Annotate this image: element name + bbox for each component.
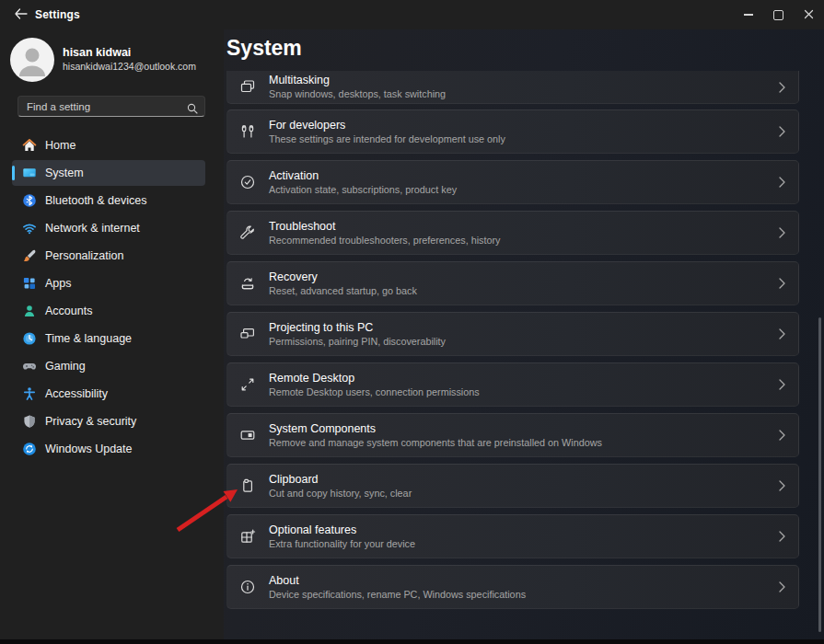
developer-tools-icon bbox=[238, 123, 257, 140]
multitasking-icon bbox=[238, 78, 257, 95]
chevron-right-icon bbox=[779, 126, 787, 137]
settings-item-optional-features[interactable]: Optional features Extra functionality fo… bbox=[226, 514, 799, 558]
accounts-person-icon bbox=[22, 304, 37, 318]
profile-block[interactable]: hisan kidwai hisankidwai1234@outlook.com bbox=[10, 38, 217, 82]
accessibility-person-icon bbox=[22, 386, 37, 401]
chevron-right-icon bbox=[779, 278, 787, 289]
sidebar-item-apps[interactable]: Apps bbox=[12, 270, 205, 296]
scrollbar[interactable] bbox=[818, 317, 821, 632]
minimize-button[interactable] bbox=[733, 0, 763, 29]
sidebar-item-label: Windows Update bbox=[45, 443, 133, 455]
activation-check-icon bbox=[238, 174, 257, 190]
caption-buttons bbox=[733, 0, 824, 29]
search-input[interactable] bbox=[18, 97, 183, 116]
system-components-icon bbox=[238, 427, 257, 443]
maximize-button[interactable] bbox=[763, 0, 794, 29]
settings-item-subtitle: Device specifications, rename PC, Window… bbox=[269, 589, 526, 600]
settings-item-about[interactable]: About Device specifications, rename PC, … bbox=[226, 565, 799, 609]
sidebar-item-gaming[interactable]: Gaming bbox=[12, 353, 205, 379]
wrench-icon bbox=[238, 224, 257, 241]
sidebar: hisan kidwai hisankidwai1234@outlook.com… bbox=[0, 29, 224, 639]
apps-icon bbox=[22, 276, 37, 291]
avatar bbox=[10, 38, 54, 82]
settings-item-title: Clipboard bbox=[269, 473, 412, 486]
settings-item-system-components[interactable]: System Components Remove and manage syst… bbox=[226, 413, 799, 457]
settings-item-subtitle: These settings are intended for developm… bbox=[269, 133, 505, 144]
sidebar-item-label: Time & language bbox=[45, 332, 132, 345]
chevron-right-icon bbox=[779, 328, 787, 339]
chevron-right-icon bbox=[779, 379, 787, 390]
chevron-right-icon bbox=[779, 227, 787, 238]
settings-item-title: About bbox=[269, 574, 526, 587]
sidebar-item-label: Accessibility bbox=[45, 387, 108, 400]
settings-item-for-developers[interactable]: For developers These settings are intend… bbox=[226, 109, 799, 154]
sidebar-item-time-language[interactable]: Time & language bbox=[12, 326, 205, 351]
clock-icon bbox=[22, 331, 37, 346]
home-icon bbox=[22, 138, 37, 153]
profile-email: hisankidwai1234@outlook.com bbox=[63, 61, 196, 72]
settings-item-title: Remote Desktop bbox=[269, 372, 480, 385]
sidebar-item-windows-update[interactable]: Windows Update bbox=[12, 436, 205, 462]
sidebar-item-accounts[interactable]: Accounts bbox=[12, 298, 205, 324]
settings-item-title: Activation bbox=[269, 169, 457, 182]
sidebar-item-bluetooth-devices[interactable]: Bluetooth & devices bbox=[12, 188, 205, 213]
settings-item-title: For developers bbox=[269, 119, 505, 132]
sidebar-item-home[interactable]: Home bbox=[12, 132, 205, 158]
sidebar-item-label: Personalization bbox=[45, 249, 123, 262]
back-button[interactable] bbox=[9, 5, 31, 25]
sidebar-item-personalization[interactable]: Personalization bbox=[12, 243, 205, 269]
sidebar-item-label: Privacy & security bbox=[45, 415, 136, 428]
sidebar-nav: Home System Bluetooth & devices bbox=[12, 132, 205, 464]
sidebar-item-label: Network & internet bbox=[45, 222, 140, 235]
settings-list: Multitasking Snap windows, desktops, tas… bbox=[226, 29, 799, 639]
profile-name: hisan kidwai bbox=[63, 46, 131, 59]
settings-item-clipboard[interactable]: Clipboard Cut and copy history, sync, cl… bbox=[226, 464, 799, 508]
settings-item-subtitle: Activation state, subscriptions, product… bbox=[269, 184, 457, 195]
sidebar-item-network-internet[interactable]: Network & internet bbox=[12, 215, 205, 241]
selected-pill bbox=[12, 166, 15, 180]
sidebar-item-privacy-security[interactable]: Privacy & security bbox=[12, 408, 205, 434]
chevron-right-icon bbox=[779, 480, 787, 491]
settings-item-title: Multitasking bbox=[269, 74, 446, 86]
settings-item-title: Recovery bbox=[269, 270, 417, 283]
projecting-icon bbox=[238, 326, 257, 342]
settings-item-activation[interactable]: Activation Activation state, subscriptio… bbox=[226, 160, 799, 204]
settings-item-subtitle: Recommended troubleshooters, preferences… bbox=[269, 235, 500, 246]
clipboard-icon bbox=[238, 477, 257, 494]
recovery-icon bbox=[238, 275, 257, 292]
settings-item-multitasking[interactable]: Multitasking Snap windows, desktops, tas… bbox=[226, 71, 799, 104]
titlebar: Settings bbox=[0, 0, 824, 29]
personalization-brush-icon bbox=[22, 248, 37, 263]
chevron-right-icon bbox=[779, 430, 787, 441]
settings-item-title: Optional features bbox=[269, 523, 415, 536]
network-icon bbox=[22, 221, 37, 236]
sidebar-item-label: Bluetooth & devices bbox=[45, 194, 147, 207]
chevron-right-icon bbox=[779, 531, 787, 542]
sidebar-item-label: Accounts bbox=[45, 305, 92, 317]
chevron-right-icon bbox=[779, 581, 787, 592]
settings-item-title: System Components bbox=[269, 422, 602, 435]
search-box[interactable] bbox=[17, 96, 205, 117]
settings-item-projecting-to-this-pc[interactable]: Projecting to this PC Permissions, pairi… bbox=[226, 312, 799, 356]
chevron-right-icon bbox=[779, 177, 787, 188]
settings-item-subtitle: Snap windows, desktops, task switching bbox=[269, 88, 446, 99]
sidebar-item-label: Gaming bbox=[45, 360, 86, 373]
sidebar-item-accessibility[interactable]: Accessibility bbox=[12, 381, 205, 407]
chevron-right-icon bbox=[779, 82, 787, 93]
shield-icon bbox=[22, 414, 37, 429]
settings-item-recovery[interactable]: Recovery Reset, advanced startup, go bac… bbox=[226, 261, 799, 305]
sidebar-item-system[interactable]: System bbox=[12, 160, 205, 186]
maximize-icon bbox=[773, 10, 783, 20]
search-icon bbox=[187, 101, 198, 118]
settings-item-subtitle: Extra functionality for your device bbox=[269, 538, 415, 549]
settings-item-troubleshoot[interactable]: Troubleshoot Recommended troubleshooters… bbox=[226, 211, 799, 255]
settings-item-remote-desktop[interactable]: Remote Desktop Remote Desktop users, con… bbox=[226, 362, 799, 407]
update-refresh-icon bbox=[22, 442, 37, 456]
close-button[interactable] bbox=[794, 0, 824, 29]
settings-item-subtitle: Remote Desktop users, connection permiss… bbox=[269, 386, 480, 397]
gamepad-icon bbox=[22, 359, 37, 374]
minimize-icon bbox=[744, 14, 753, 16]
settings-item-subtitle: Cut and copy history, sync, clear bbox=[269, 488, 412, 499]
settings-item-subtitle: Remove and manage system components that… bbox=[269, 437, 602, 448]
settings-item-title: Troubleshoot bbox=[269, 220, 500, 233]
